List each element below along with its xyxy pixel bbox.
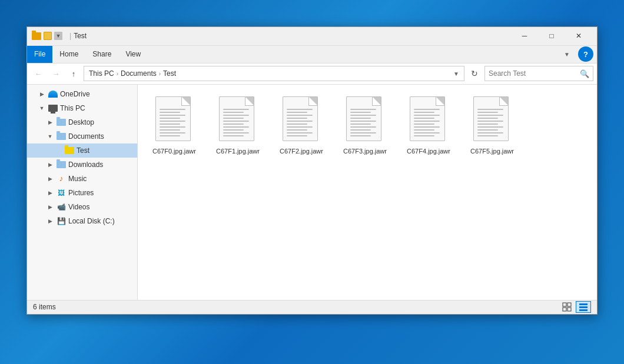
close-button[interactable]: ✕: [565, 26, 592, 45]
crumb-documents[interactable]: Documents: [121, 69, 157, 78]
minimize-button[interactable]: ─: [511, 26, 538, 45]
expand-icon-desktop: ▶: [46, 118, 54, 126]
file-item-3[interactable]: C67F3.jpg.jawr: [336, 92, 394, 160]
file-item-2[interactable]: C67F2.jpg.jawr: [272, 92, 331, 160]
sidebar-item-videos[interactable]: ▶ 📹 Videos: [27, 200, 137, 214]
sidebar-label-downloads: Downloads: [68, 161, 103, 169]
sidebar-label-pictures: Pictures: [68, 189, 94, 197]
title-icons: ▼: [32, 32, 62, 40]
search-icon: 🔍: [580, 69, 589, 78]
localdisk-icon: 💾: [57, 216, 66, 226]
file-icon-2: [283, 96, 320, 143]
file-item-5[interactable]: C67F5.jpg.jawr: [463, 92, 522, 160]
file-icon-3: [346, 96, 384, 143]
file-name-3: C67F3.jpg.jawr: [343, 147, 387, 155]
sidebar-item-thispc[interactable]: ▼ This PC: [27, 101, 137, 115]
file-name-5: C67F5.jpg.jawr: [470, 147, 514, 155]
file-name-0: C67F0.jpg.jawr: [152, 147, 196, 155]
sidebar-item-onedrive[interactable]: ▶ OneDrive: [27, 87, 137, 101]
sidebar-label-thispc: This PC: [60, 104, 85, 112]
sidebar-item-documents[interactable]: ▼ Documents: [27, 129, 137, 143]
sidebar-item-pictures[interactable]: ▶ 🖼 Pictures: [27, 186, 137, 200]
doc-shape-1: [219, 96, 254, 141]
grid-view-icon: [562, 302, 572, 312]
items-count: 6 items: [33, 303, 56, 311]
file-area: C67F0.jpg.jawr: [138, 85, 597, 300]
address-dropdown-icon[interactable]: ▼: [453, 71, 459, 77]
doc-shape-5: [473, 96, 509, 141]
sidebar-label-documents: Documents: [68, 132, 104, 141]
music-folder-icon: ♪: [57, 174, 66, 183]
menu-share[interactable]: Share: [85, 46, 118, 63]
doc-lines-0: [160, 109, 185, 138]
expand-icon-thispc: ▼: [38, 104, 46, 112]
title-folder-icon: [32, 32, 41, 40]
file-name-4: C67F4.jpg.jawr: [407, 147, 450, 155]
expand-icon-onedrive: ▶: [38, 90, 46, 98]
title-arrow-icon: ▼: [54, 32, 62, 40]
refresh-button[interactable]: ↻: [467, 66, 482, 81]
sidebar-item-desktop[interactable]: ▶ Desktop: [27, 115, 137, 129]
title-bar: ▼ | Test ─ □ ✕: [27, 27, 597, 46]
file-item-1[interactable]: C67F1.jpg.jawr: [208, 92, 267, 160]
search-box[interactable]: 🔍: [484, 66, 593, 81]
expand-icon-localdisk: ▶: [46, 217, 54, 225]
svg-rect-3: [567, 308, 571, 311]
help-button[interactable]: ?: [578, 46, 593, 62]
search-input[interactable]: [489, 69, 577, 78]
svg-rect-0: [563, 303, 566, 306]
svg-rect-5: [579, 306, 588, 308]
doc-shape-2: [283, 96, 318, 141]
svg-rect-2: [563, 308, 566, 311]
menu-view[interactable]: View: [118, 46, 148, 63]
file-icon-0: [155, 96, 193, 143]
videos-folder-icon: 📹: [57, 202, 66, 212]
test-folder-icon: [65, 146, 74, 155]
forward-button[interactable]: →: [48, 66, 64, 81]
crumb-sep-2: ›: [159, 71, 161, 77]
pictures-folder-icon: 🖼: [57, 188, 66, 198]
sidebar-item-music[interactable]: ▶ ♪ Music: [27, 172, 137, 186]
desktop-folder-icon: [57, 118, 66, 127]
sidebar-item-test[interactable]: Test: [27, 143, 137, 158]
file-item-4[interactable]: C67F4.jpg.jawr: [399, 92, 458, 160]
expand-icon-videos: ▶: [46, 203, 54, 211]
file-item-0[interactable]: C67F0.jpg.jawr: [145, 92, 204, 160]
status-bar: 6 items: [27, 300, 597, 314]
svg-rect-6: [579, 309, 588, 311]
doc-lines-1: [223, 109, 249, 138]
downloads-folder-icon: [57, 160, 66, 169]
crumb-test[interactable]: Test: [163, 69, 176, 78]
sidebar-label-localdisk: Local Disk (C:): [68, 217, 115, 225]
view-buttons: [559, 301, 591, 313]
doc-shape-3: [346, 96, 381, 141]
view-grid-button[interactable]: [559, 301, 575, 313]
window-controls: ─ □ ✕: [511, 26, 592, 45]
sidebar-item-downloads[interactable]: ▶ Downloads: [27, 158, 137, 172]
sidebar-label-test: Test: [77, 146, 89, 155]
expand-icon-music: ▶: [46, 175, 54, 183]
menu-home[interactable]: Home: [52, 46, 85, 63]
doc-shape-0: [155, 96, 191, 141]
main-area: ▶ OneDrive ▼ This PC ▶ Deskto: [27, 85, 597, 300]
back-button[interactable]: ←: [31, 66, 46, 81]
window-title: Test: [74, 32, 511, 40]
file-name-2: C67F2.jpg.jawr: [280, 147, 323, 155]
crumb-sep-1: ›: [117, 71, 118, 77]
view-list-button[interactable]: [576, 301, 591, 313]
list-view-icon: [579, 302, 588, 312]
maximize-button[interactable]: □: [538, 26, 565, 45]
title-separator: |: [69, 32, 71, 40]
expand-icon-downloads: ▶: [46, 161, 54, 169]
menu-file[interactable]: File: [27, 46, 52, 63]
doc-shape-4: [410, 96, 445, 141]
crumb-thispc[interactable]: This PC: [89, 69, 114, 78]
file-icon-5: [473, 96, 511, 143]
sidebar-item-localdisk[interactable]: ▶ 💾 Local Disk (C:): [27, 214, 137, 228]
file-icon-4: [410, 96, 447, 143]
expand-icon-pictures: ▶: [46, 189, 54, 197]
address-box[interactable]: This PC › Documents › Test ▼: [84, 66, 464, 81]
sidebar-label-videos: Videos: [68, 203, 89, 211]
breadcrumb: This PC › Documents › Test: [89, 69, 176, 78]
up-button[interactable]: ↑: [66, 66, 81, 81]
